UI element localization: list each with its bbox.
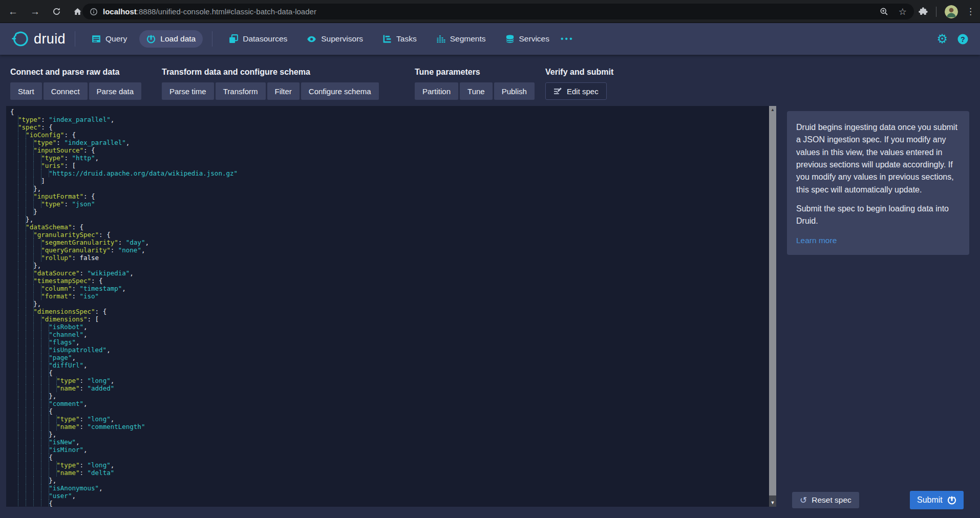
home-icon[interactable] <box>73 7 82 16</box>
indent-guide <box>26 331 26 338</box>
scrollbar-up-arrow[interactable]: ▲ <box>769 107 776 112</box>
indent-guide <box>18 369 18 377</box>
indent-guide <box>41 415 41 423</box>
step-button-filter[interactable]: Filter <box>267 82 300 100</box>
indent-guide <box>33 454 34 461</box>
indent-guide <box>18 430 18 438</box>
indent-guide <box>18 300 18 308</box>
nav-divider <box>212 31 212 47</box>
learn-more-link[interactable]: Learn more <box>796 234 837 247</box>
indent-guide <box>33 323 34 331</box>
indent-guide <box>33 361 34 369</box>
step-button-edit-spec[interactable]: Edit spec <box>545 82 607 100</box>
scrollbar-thumb[interactable] <box>769 106 776 495</box>
indent-guide <box>33 392 34 400</box>
nav-item-label: Datasources <box>243 34 287 44</box>
indent-guide <box>18 423 18 430</box>
indent-guide <box>49 169 49 177</box>
indent-guide <box>18 123 18 131</box>
nav-item-segments[interactable]: Segments <box>429 30 493 48</box>
step-button-configure-schema[interactable]: Configure schema <box>301 82 379 100</box>
indent-guide <box>26 246 26 254</box>
step-button-parse-data[interactable]: Parse data <box>89 82 142 100</box>
indent-guide <box>56 384 57 392</box>
step-button-publish[interactable]: Publish <box>494 82 535 100</box>
bookmark-star-icon[interactable]: ☆ <box>899 6 907 17</box>
step-button-tune[interactable]: Tune <box>460 82 493 100</box>
indent-guide <box>26 269 26 277</box>
back-icon[interactable]: ← <box>8 7 18 16</box>
step-button-partition[interactable]: Partition <box>415 82 458 100</box>
indent-guide <box>49 331 49 338</box>
indent-guide <box>41 492 41 500</box>
indent-guide <box>18 139 18 146</box>
url-bar[interactable]: localhost:8888/unified-console.html#clas… <box>82 4 914 19</box>
indent-guide <box>49 392 49 400</box>
step-button-parse-time[interactable]: Parse time <box>162 82 214 100</box>
indent-guide <box>18 438 18 446</box>
indent-guide <box>41 323 41 331</box>
indent-guide <box>26 285 26 292</box>
indent-guide <box>41 369 41 377</box>
step-button-transform[interactable]: Transform <box>216 82 266 100</box>
indent-guide <box>33 146 34 154</box>
nav-item-services[interactable]: Services <box>498 30 557 48</box>
indent-guide <box>41 254 41 262</box>
edit-icon <box>553 87 562 96</box>
indent-guide <box>18 223 18 231</box>
step-group-title: Transform data and configure schema <box>162 68 379 77</box>
nav-item-datasources[interactable]: Datasources <box>222 30 294 48</box>
druid-logo[interactable]: druid <box>11 30 66 48</box>
settings-gear-icon[interactable]: ⚙ <box>936 33 948 45</box>
indent-guide <box>56 469 57 477</box>
indent-guide <box>41 484 41 492</box>
indent-guide <box>33 338 34 346</box>
editor-scrollbar[interactable]: ▲ ▼ <box>769 106 776 507</box>
indent-guide <box>49 430 49 438</box>
indent-guide <box>18 446 18 454</box>
indent-guide <box>41 407 41 415</box>
indent-guide <box>49 446 49 454</box>
indent-guide <box>26 131 26 139</box>
indent-guide <box>33 177 34 185</box>
scrollbar-down-arrow[interactable]: ▼ <box>769 500 776 505</box>
druid-logo-icon <box>11 30 29 48</box>
forward-icon[interactable]: → <box>30 7 40 16</box>
zoom-icon[interactable] <box>880 7 888 16</box>
extensions-icon[interactable] <box>918 7 928 16</box>
help-icon[interactable]: ? <box>957 33 969 45</box>
step-button-label: Edit spec <box>567 87 599 96</box>
nav-item-label: Load data <box>160 34 196 44</box>
indent-guide <box>49 346 49 354</box>
spec-json-editor[interactable]: { "type": "index_parallel", "spec": { "i… <box>6 106 776 507</box>
more-menu-icon[interactable]: ••• <box>561 34 574 44</box>
browser-menu-icon[interactable]: ⋮ <box>966 6 975 17</box>
indent-guide <box>18 254 18 262</box>
indent-guide <box>41 169 41 177</box>
indent-guide <box>33 315 34 323</box>
indent-guide <box>33 430 34 438</box>
step-group: Tune parametersPartitionTunePublish <box>415 68 535 100</box>
indent-guide <box>33 262 34 269</box>
reload-icon[interactable] <box>52 7 61 16</box>
indent-guide <box>33 446 34 454</box>
nav-item-supervisors[interactable]: Supervisors <box>300 30 370 48</box>
indent-guide <box>18 331 18 338</box>
submit-button[interactable]: Submit <box>910 491 964 509</box>
indent-guide <box>26 500 26 507</box>
nav-item-load-data[interactable]: Load data <box>139 30 203 48</box>
nav-item-tasks[interactable]: Tasks <box>375 30 424 48</box>
indent-guide <box>49 461 49 469</box>
step-button-start[interactable]: Start <box>10 82 42 100</box>
step-button-connect[interactable]: Connect <box>44 82 88 100</box>
indent-guide <box>26 384 26 392</box>
indent-guide <box>41 239 41 246</box>
indent-guide <box>41 377 41 384</box>
profile-avatar[interactable] <box>945 5 958 18</box>
nav-item-query[interactable]: Query <box>84 30 134 48</box>
indent-guide <box>49 454 49 461</box>
indent-guide <box>33 154 34 162</box>
indent-guide <box>18 454 18 461</box>
reset-spec-button[interactable]: ↺ Reset spec <box>792 492 859 508</box>
site-info-icon[interactable] <box>90 8 98 16</box>
